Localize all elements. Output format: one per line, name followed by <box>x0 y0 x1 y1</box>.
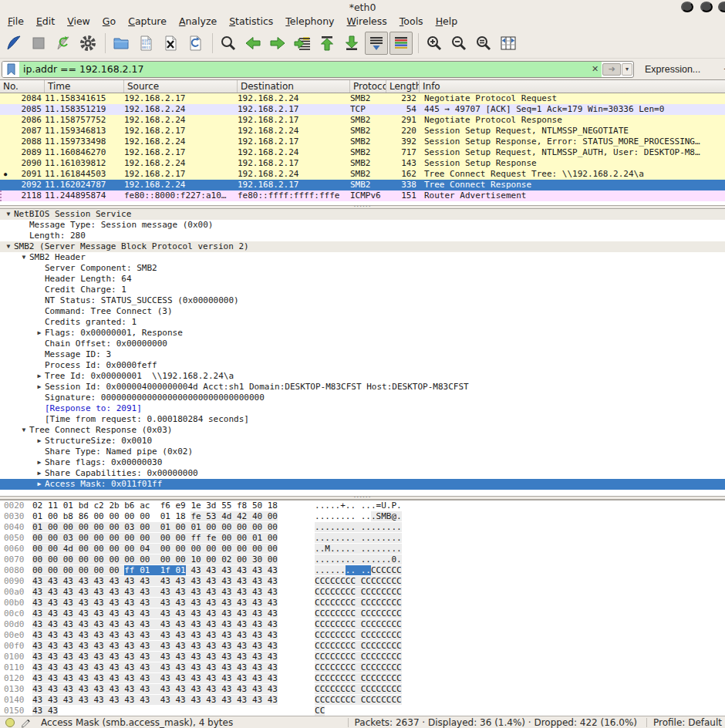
filter-dropdown-button[interactable]: ▾ <box>622 63 632 76</box>
packet-row[interactable]: 209211.162024787192.168.2.24192.168.2.17… <box>0 180 725 190</box>
menu-item-tools[interactable]: Tools <box>393 15 430 29</box>
close-button[interactable] <box>718 2 725 12</box>
hex-row[interactable]: 004001 00 00 00 00 00 03 00 01 00 01 00 … <box>0 522 725 533</box>
detail-row[interactable]: ▶StructureSize: 0x0010 <box>0 436 725 447</box>
hex-row[interactable]: 008000 00 00 00 00 00 ff 01 1f 01 43 43 … <box>0 565 725 576</box>
detail-row[interactable]: Chain Offset: 0x00000000 <box>0 339 725 349</box>
detail-row[interactable]: [Response to: 2091] <box>0 403 725 414</box>
expander-icon[interactable]: ▶ <box>34 382 45 393</box>
expander-icon[interactable]: ▶ <box>34 457 45 468</box>
menu-item-view[interactable]: View <box>61 15 96 29</box>
detail-row[interactable]: NT Status: STATUS_SUCCESS (0x00000000) <box>0 295 725 306</box>
expander-icon[interactable]: ▶ <box>34 328 45 339</box>
detail-row[interactable]: Credits granted: 1 <box>0 317 725 328</box>
start-capture-button[interactable] <box>2 32 25 55</box>
expander-icon[interactable]: ▶ <box>34 468 45 479</box>
menu-item-go[interactable]: Go <box>96 15 122 29</box>
packet-row[interactable]: 209011.161039812192.168.2.24192.168.2.17… <box>0 158 725 169</box>
capture-comment-button[interactable] <box>20 717 32 728</box>
go-last-packet-button[interactable] <box>340 32 363 55</box>
detail-row[interactable]: ▼SMB2 (Server Message Block Protocol ver… <box>0 241 725 252</box>
go-forward-button[interactable] <box>266 32 289 55</box>
stop-capture-button[interactable] <box>27 32 50 55</box>
column-header-info[interactable]: Info <box>420 80 725 93</box>
hex-row[interactable]: 009043 43 43 43 43 43 43 43 43 43 43 43 … <box>0 576 725 587</box>
profile-indicator[interactable]: Profile: Default <box>653 717 722 728</box>
hex-row[interactable]: 012043 43 43 43 43 43 43 43 43 43 43 43 … <box>0 673 725 684</box>
capture-options-button[interactable] <box>76 32 99 55</box>
column-header-destination[interactable]: Destination <box>238 80 350 93</box>
detail-row[interactable]: ▶Session Id: 0x000004000000004d Acct:sh1… <box>0 382 725 393</box>
hex-row[interactable]: 010043 43 43 43 43 43 43 43 43 43 43 43 … <box>0 652 725 662</box>
detail-row[interactable]: ▼Tree Connect Response (0x03) <box>0 425 725 436</box>
detail-row[interactable]: Credit Charge: 1 <box>0 285 725 295</box>
filter-clear-button[interactable]: ✕ <box>588 62 602 77</box>
auto-scroll-button[interactable] <box>365 32 388 55</box>
detail-row[interactable]: [Time from request: 0.000180284 seconds] <box>0 414 725 425</box>
expander-icon[interactable]: ▼ <box>19 252 29 263</box>
detail-row[interactable]: ▶Access Mask: 0x011f01ff <box>0 479 725 490</box>
hex-row[interactable]: 00d043 43 43 43 43 43 43 43 43 43 43 43 … <box>0 619 725 630</box>
go-to-packet-button[interactable] <box>291 32 314 55</box>
packet-row[interactable]: 211811.244895874fe80::8000:f227:a10…fe80… <box>0 190 725 201</box>
packet-row[interactable]: 208711.159346813192.168.2.17192.168.2.24… <box>0 126 725 136</box>
packet-row[interactable]: ●209111.161844503192.168.2.17192.168.2.2… <box>0 169 725 180</box>
menu-item-file[interactable]: File <box>2 15 30 29</box>
detail-row[interactable]: Header Length: 64 <box>0 274 725 285</box>
expander-icon[interactable]: ▼ <box>3 241 14 252</box>
zoom-in-button[interactable] <box>423 32 446 55</box>
detail-row[interactable]: Message ID: 3 <box>0 349 725 360</box>
hex-row[interactable]: 00a043 43 43 43 43 43 43 43 43 43 43 43 … <box>0 587 725 598</box>
go-back-button[interactable] <box>241 32 265 55</box>
packet-row[interactable]: 208611.158757752192.168.2.24192.168.2.17… <box>0 115 725 126</box>
filter-add-button[interactable]: + <box>719 62 725 76</box>
detail-row[interactable]: Share Type: Named pipe (0x02) <box>0 447 725 457</box>
column-header-no[interactable]: No. <box>0 80 45 93</box>
hex-row[interactable]: 011043 43 43 43 43 43 43 43 43 43 43 43 … <box>0 662 725 673</box>
find-packet-button[interactable] <box>217 32 240 55</box>
hex-row[interactable]: 00f043 43 43 43 43 43 43 43 43 43 43 43 … <box>0 641 725 652</box>
menu-item-analyze[interactable]: Analyze <box>173 15 223 29</box>
packet-row[interactable]: 208511.158351219192.168.2.24192.168.2.17… <box>0 104 725 115</box>
hex-row[interactable]: 007000 00 00 00 00 00 00 00 00 00 10 00 … <box>0 554 725 565</box>
detail-row[interactable]: ▼SMB2 Header <box>0 252 725 263</box>
detail-row[interactable]: ▶Flags: 0x00000001, Response <box>0 328 725 339</box>
maximize-button[interactable] <box>700 2 713 12</box>
restart-capture-button[interactable] <box>52 32 75 55</box>
expander-icon[interactable]: ▶ <box>34 479 45 490</box>
hex-row[interactable]: 00c043 43 43 43 43 43 43 43 43 43 43 43 … <box>0 608 725 619</box>
menu-item-capture[interactable]: Capture <box>122 15 173 29</box>
expression-button[interactable]: Expression... <box>640 63 705 76</box>
menu-item-edit[interactable]: Edit <box>30 15 61 29</box>
go-first-packet-button[interactable] <box>315 32 339 55</box>
resize-columns-button[interactable] <box>497 32 520 55</box>
hex-row[interactable]: 00b043 43 43 43 43 43 43 43 43 43 43 43 … <box>0 598 725 608</box>
detail-row[interactable]: ▶Share flags: 0x00000030 <box>0 457 725 468</box>
packet-row[interactable]: 208811.159733498192.168.2.24192.168.2.17… <box>0 136 725 147</box>
column-header-source[interactable]: Source <box>124 80 238 93</box>
detail-row[interactable]: ▶Tree Id: 0x00000001 \\192.168.2.24\a <box>0 371 725 382</box>
packet-row[interactable]: 208911.160846270192.168.2.17192.168.2.24… <box>0 147 725 158</box>
column-header-protocol[interactable]: Protocol <box>350 80 386 93</box>
display-filter-input[interactable] <box>19 63 588 75</box>
detail-row[interactable]: Server Component: SMB2 <box>0 263 725 274</box>
detail-row[interactable]: ▼NetBIOS Session Service <box>0 209 725 220</box>
hex-row[interactable]: 005000 00 03 00 00 00 00 00 00 00 ff fe … <box>0 533 725 544</box>
reload-file-button[interactable] <box>184 32 207 55</box>
zoom-original-button[interactable] <box>472 32 495 55</box>
detail-row[interactable]: ▶Share Capabilities: 0x00000000 <box>0 468 725 479</box>
expert-info-button[interactable] <box>5 717 15 728</box>
save-file-button[interactable]: 010101100011 <box>134 32 157 55</box>
menu-item-telephony[interactable]: Telephony <box>279 15 340 29</box>
detail-row[interactable]: Length: 280 <box>0 231 725 241</box>
filter-bookmark-button[interactable] <box>2 62 19 77</box>
menu-item-help[interactable]: Help <box>430 15 464 29</box>
detail-row[interactable]: Process Id: 0x0000feff <box>0 360 725 371</box>
hex-row[interactable]: 002002 11 01 bd c2 2b b6 ac f6 e9 1e 3d … <box>0 501 725 511</box>
hex-row[interactable]: 014043 43 43 43 43 43 43 43 43 43 43 43 … <box>0 695 725 706</box>
hex-row[interactable]: 003001 00 b8 86 00 00 00 00 01 18 fe 53 … <box>0 511 725 522</box>
menu-item-statistics[interactable]: Statistics <box>223 15 279 29</box>
filter-apply-button[interactable]: ➜ <box>602 63 621 76</box>
expander-icon[interactable]: ▼ <box>3 209 14 220</box>
column-header-time[interactable]: Time <box>45 80 124 93</box>
